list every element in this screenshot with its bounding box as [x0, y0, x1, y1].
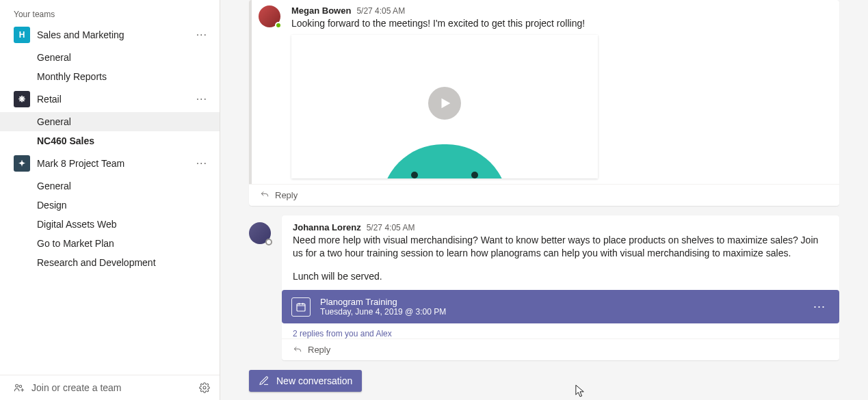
message-timestamp: 5/27 4:05 AM [356, 6, 405, 16]
channel-digital-assets[interactable]: Digital Assets Web [0, 215, 220, 234]
people-plus-icon [14, 382, 25, 393]
avatar [259, 5, 280, 27]
new-conversation-label: New conversation [276, 375, 352, 386]
channel-rnd[interactable]: Research and Development [0, 253, 220, 272]
channel-content: Megan Bowen 5/27 4:05 AM Looking forward… [220, 0, 868, 400]
team-name: Retail [37, 94, 192, 105]
meeting-time: Tuesday, June 4, 2019 @ 3:00 PM [320, 307, 446, 317]
presence-available-icon [275, 22, 282, 29]
team-header-retail[interactable]: ❋ Retail ··· [0, 86, 220, 112]
post-body: Megan Bowen 5/27 4:05 AM Looking forward… [249, 0, 839, 184]
svg-rect-3 [297, 304, 305, 311]
svg-point-2 [203, 386, 206, 389]
channel-monthly-reports[interactable]: Monthly Reports [0, 67, 220, 86]
post-card: Johanna Lorenz 5/27 4:05 AM Need more he… [282, 215, 839, 361]
meeting-card[interactable]: Planogram Training Tuesday, June 4, 2019… [282, 290, 839, 323]
media-preview[interactable] [291, 35, 598, 178]
compose-area: New conversation [220, 364, 868, 400]
message-text: Lunch will be served. [293, 270, 828, 284]
svg-point-0 [16, 384, 18, 387]
svg-point-1 [19, 385, 21, 387]
team-avatar: ✦ [14, 155, 30, 172]
your-teams-label: Your teams [0, 5, 220, 22]
gif-graphic [381, 144, 508, 178]
post-johanna: Johanna Lorenz 5/27 4:05 AM Need more he… [282, 215, 839, 361]
team-avatar: H [14, 27, 30, 43]
channel-nc460-sales[interactable]: NC460 Sales [0, 131, 220, 150]
team-name: Mark 8 Project Team [37, 158, 192, 169]
message-list[interactable]: Megan Bowen 5/27 4:05 AM Looking forward… [220, 0, 868, 364]
post-megan: Megan Bowen 5/27 4:05 AM Looking forward… [249, 0, 839, 206]
message-author: Johanna Lorenz [293, 222, 361, 232]
meeting-title: Planogram Training [320, 297, 446, 307]
presence-offline-icon [265, 239, 272, 245]
compose-icon [259, 375, 269, 386]
teams-sidebar: Your teams H Sales and Marketing ··· Gen… [0, 0, 220, 400]
message-text: Looking forward to the meetings! I'm exc… [291, 17, 828, 31]
channel-go-to-market[interactable]: Go to Market Plan [0, 234, 220, 253]
message-timestamp: 5/27 4:05 AM [367, 223, 415, 232]
team-avatar: ❋ [14, 91, 30, 107]
reply-button[interactable]: Reply [249, 184, 839, 206]
avatar [249, 222, 271, 244]
join-create-label: Join or create a team [31, 382, 122, 393]
join-create-team[interactable]: Join or create a team [14, 382, 122, 393]
replies-summary[interactable]: 2 replies from you and Alex [282, 323, 839, 338]
channel-general[interactable]: General [0, 176, 220, 196]
more-icon[interactable]: ··· [192, 29, 211, 41]
message-text: Need more help with visual merchandising… [293, 234, 828, 261]
calendar-icon [291, 297, 311, 317]
channel-design[interactable]: Design [0, 196, 220, 215]
gear-icon[interactable] [199, 382, 210, 393]
channel-general[interactable]: General [0, 48, 220, 67]
more-icon[interactable]: ··· [809, 299, 830, 314]
play-icon[interactable] [428, 87, 461, 120]
team-header-sales-marketing[interactable]: H Sales and Marketing ··· [0, 22, 220, 48]
more-icon[interactable]: ··· [192, 93, 211, 105]
more-icon[interactable]: ··· [192, 157, 211, 170]
team-header-mark8[interactable]: ✦ Mark 8 Project Team ··· [0, 150, 220, 176]
new-conversation-button[interactable]: New conversation [249, 370, 362, 392]
team-name: Sales and Marketing [37, 29, 192, 40]
reply-button[interactable]: Reply [282, 338, 839, 360]
reply-label: Reply [275, 190, 298, 200]
teams-list: Your teams H Sales and Marketing ··· Gen… [0, 0, 220, 375]
channel-general[interactable]: General [0, 112, 220, 131]
message-author: Megan Bowen [291, 5, 351, 16]
sidebar-footer: Join or create a team [0, 375, 220, 400]
reply-label: Reply [308, 345, 330, 355]
